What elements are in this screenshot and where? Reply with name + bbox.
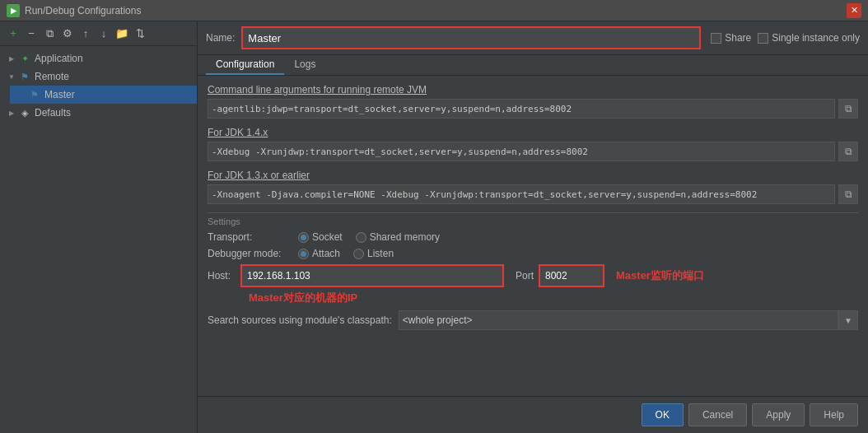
remote-label: Remote [35,71,69,82]
single-instance-checkbox-label[interactable]: Single instance only [758,32,860,44]
folder-button[interactable]: 📁 [114,26,130,42]
share-area: Share Single instance only [711,32,860,44]
master-label: Master [44,89,75,100]
single-instance-label: Single instance only [772,32,860,44]
app-icon: ▶ [7,4,20,17]
share-checkbox[interactable] [711,33,721,44]
port-annotation: Master监听的端口 [616,268,704,283]
attach-radio-label[interactable]: Attach [298,248,340,259]
defaults-icon: ◈ [18,106,31,119]
cmd-row-jdk13: ⧉ [208,184,858,204]
cmd-section-title: Command line arguments for running remot… [208,84,858,95]
transport-label: Transport: [208,231,298,243]
sidebar-item-defaults[interactable]: ▶ ◈ Defaults [0,104,197,122]
jdk14-input[interactable] [208,142,835,161]
single-instance-checkbox[interactable] [758,33,768,44]
sidebar: + − ⧉ ⚙ ↑ ↓ 📁 ⇅ ▶ ✦ Application ▼ ⚑ Remo… [0,21,198,433]
expand-arrow-application: ▶ [7,54,16,63]
tab-logs[interactable]: Logs [284,55,325,75]
sidebar-item-remote[interactable]: ▼ ⚑ Remote [0,68,197,86]
name-bar: Name: Share Single instance only [198,21,868,55]
settings-button[interactable]: ⚙ [59,26,76,42]
socket-radio[interactable] [298,232,309,243]
sidebar-item-application[interactable]: ▶ ✦ Application [0,49,197,68]
jdk14-section-title: For JDK 1.4.x [208,127,858,138]
name-label: Name: [206,32,235,44]
copy-button[interactable]: ⧉ [41,26,58,42]
expand-arrow-remote: ▼ [7,72,16,81]
expand-arrow-master [16,90,26,100]
transport-radio-group: Socket Shared memory [298,231,440,243]
port-label: Port [516,270,534,282]
classpath-label: Search sources using module's classpath: [208,314,392,326]
host-annotation: Master对应的机器的IP [249,291,357,304]
settings-title: Settings [208,212,858,226]
cmd-row-jdk14: ⧉ [208,142,858,161]
sidebar-item-master[interactable]: ⚑ Master [10,86,197,104]
content-area: Name: Share Single instance only Configu… [198,21,868,433]
copy-jdk13-button[interactable]: ⧉ [838,184,858,204]
classpath-dropdown-arrow[interactable]: ▼ [838,310,858,330]
shared-memory-label: Shared memory [370,231,440,243]
sidebar-tree: ▶ ✦ Application ▼ ⚑ Remote ⚑ Master ▶ ◈ … [0,46,197,433]
jdk13-input[interactable] [208,184,835,204]
cmd-row-jvm: ⧉ [208,99,858,119]
settings-section: Settings Transport: Socket Shared memory [208,212,858,330]
ok-button[interactable]: OK [642,403,684,426]
attach-radio[interactable] [298,249,309,259]
jdk13-section-title: For JDK 1.3.x or earlier [208,170,858,181]
apply-button[interactable]: Apply [752,403,805,426]
expand-arrow-defaults: ▶ [7,108,16,118]
remove-button[interactable]: − [23,26,40,42]
debugger-mode-label: Debugger mode: [208,248,298,259]
share-checkbox-label[interactable]: Share [711,32,751,44]
shared-memory-radio[interactable] [356,232,366,243]
add-button[interactable]: + [5,26,21,42]
application-label: Application [35,53,83,64]
classpath-row: Search sources using module's classpath:… [208,310,858,330]
socket-radio-label[interactable]: Socket [298,231,343,243]
cancel-button[interactable]: Cancel [688,403,747,426]
defaults-label: Defaults [35,107,71,119]
application-icon: ✦ [18,52,31,65]
remote-icon: ⚑ [18,70,31,83]
cmd-jvm-input[interactable] [208,99,835,119]
debugger-mode-radio-group: Attach Listen [298,248,394,259]
master-config-icon: ⚑ [28,88,41,101]
port-input[interactable] [539,264,604,287]
copy-jdk14-button[interactable]: ⧉ [838,142,858,161]
configuration-panel: Command line arguments for running remot… [198,76,868,396]
share-label: Share [725,32,751,44]
attach-label: Attach [312,248,340,259]
transport-row: Transport: Socket Shared memory [208,231,858,243]
window-title: Run/Debug Configurations [25,5,847,16]
move-down-button[interactable]: ↓ [96,26,112,42]
main-layout: + − ⧉ ⚙ ↑ ↓ 📁 ⇅ ▶ ✦ Application ▼ ⚑ Remo… [0,21,868,433]
title-bar: ▶ Run/Debug Configurations ✕ [0,0,868,21]
name-input[interactable] [241,26,701,49]
host-input[interactable] [240,264,504,287]
close-button[interactable]: ✕ [847,3,861,18]
listen-radio-label[interactable]: Listen [353,248,394,259]
listen-label: Listen [367,248,394,259]
tabs-bar: Configuration Logs [198,55,868,76]
help-button[interactable]: Help [810,403,858,426]
tab-configuration[interactable]: Configuration [206,55,284,75]
sidebar-toolbar: + − ⧉ ⚙ ↑ ↓ 📁 ⇅ [0,21,197,46]
sort-button[interactable]: ⇅ [132,26,148,42]
bottom-bar: OK Cancel Apply Help [198,396,868,433]
host-label: Host: [208,270,240,282]
listen-radio[interactable] [353,249,364,259]
classpath-input[interactable] [399,310,838,330]
host-port-row: Host: Port Master监听的端口 [208,264,858,287]
debugger-mode-row: Debugger mode: Attach Listen [208,248,858,259]
move-up-button[interactable]: ↑ [77,26,94,42]
socket-label: Socket [312,231,343,243]
copy-jvm-button[interactable]: ⧉ [838,99,858,119]
shared-memory-radio-label[interactable]: Shared memory [356,231,440,243]
